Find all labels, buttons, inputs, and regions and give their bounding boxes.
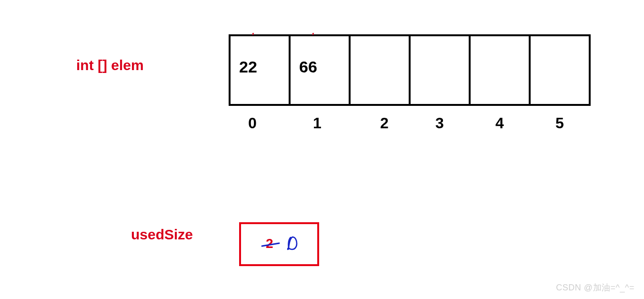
array-index-2: 2: [349, 114, 411, 132]
array-index-1: 1: [289, 114, 351, 132]
label-int-elem: int [] elem: [76, 57, 144, 73]
array-cell-1: ′ 66: [289, 34, 351, 106]
tick-mark-icon: ′: [252, 31, 256, 35]
index-row: 0 1 2 3 4 5: [229, 114, 591, 132]
array-cell-5: [529, 34, 591, 106]
array-container: ′ 22 ′ 66 0 1 2 3 4 5: [229, 34, 591, 132]
watermark-text: CSDN @加油=^_^=: [556, 282, 634, 293]
array-cell-4: [469, 34, 531, 106]
svg-line-0: [262, 243, 279, 246]
array-cell-3: [409, 34, 471, 106]
usedsize-new-value-icon: [286, 236, 299, 251]
array-index-5: 5: [529, 114, 591, 132]
cell-value: 66: [299, 58, 317, 76]
strikethrough-icon: [261, 242, 280, 247]
array-index-0: 0: [229, 114, 291, 132]
array-row: ′ 22 ′ 66: [229, 34, 591, 106]
array-index-4: 4: [469, 114, 531, 132]
label-usedsize: usedSize: [131, 227, 193, 243]
array-cell-2: [349, 34, 411, 106]
array-index-3: 3: [409, 114, 471, 132]
tick-mark-icon: ′: [312, 31, 316, 35]
cell-value: 22: [239, 58, 257, 76]
array-cell-0: ′ 22: [229, 34, 291, 106]
